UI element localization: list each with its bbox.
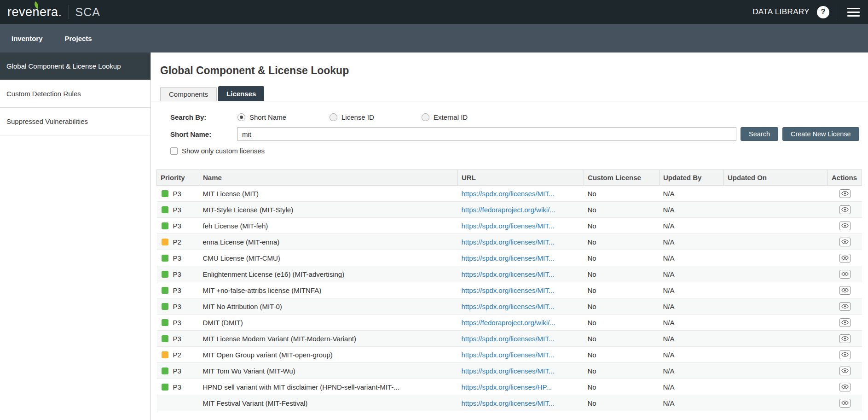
column-header-priority[interactable]: Priority xyxy=(157,170,199,186)
view-license-button[interactable] xyxy=(839,367,851,375)
table-row[interactable]: P3MIT License (MIT)https://spdx.org/lice… xyxy=(157,186,862,202)
license-name: enna License (MIT-enna) xyxy=(199,234,458,250)
help-icon[interactable]: ? xyxy=(817,6,829,18)
show-custom-checkbox[interactable] xyxy=(170,147,178,155)
sidebar-item-global-component-license-lookup[interactable]: Global Component & License Lookup xyxy=(0,52,150,80)
search-by-label: Search By: xyxy=(170,113,237,121)
column-header-actions[interactable]: Actions xyxy=(828,170,862,186)
table-row[interactable]: P3CMU License (MIT-CMU)https://spdx.org/… xyxy=(157,250,862,266)
create-new-license-button[interactable]: Create New License xyxy=(782,127,859,141)
search-by-radios: Short NameLicense IDExternal ID xyxy=(237,113,514,121)
radio-option-external-id[interactable]: External ID xyxy=(422,113,514,121)
priority-cell: P3 xyxy=(157,331,199,347)
table-row[interactable]: P2MIT Open Group variant (MIT-open-group… xyxy=(157,347,862,363)
eye-icon xyxy=(841,239,849,245)
table-row[interactable]: P2enna License (MIT-enna)https://spdx.or… xyxy=(157,234,862,250)
radio-label: Short Name xyxy=(249,113,286,121)
license-url-link[interactable]: https://spdx.org/licenses/MIT... xyxy=(462,367,555,375)
nav-item-projects[interactable]: Projects xyxy=(65,35,92,42)
license-url-link[interactable]: https://fedoraproject.org/wiki/... xyxy=(462,206,556,214)
license-url-link[interactable]: https://spdx.org/licenses/HP... xyxy=(462,383,552,391)
view-license-button[interactable] xyxy=(839,399,851,408)
table-row[interactable]: P3MIT-Style License (MIT-Style)https://f… xyxy=(157,202,862,218)
hamburger-menu-icon[interactable] xyxy=(845,6,863,18)
table-row[interactable]: P3Enlightenment License (e16) (MIT-adver… xyxy=(157,266,862,282)
license-name: MIT No Attribution (MIT-0) xyxy=(199,298,458,315)
license-url-link[interactable]: https://spdx.org/licenses/MIT... xyxy=(462,335,555,343)
view-license-button[interactable] xyxy=(839,205,851,214)
license-url-link[interactable]: https://spdx.org/licenses/MIT... xyxy=(462,190,555,198)
view-license-button[interactable] xyxy=(839,318,851,327)
actions-cell xyxy=(828,395,862,411)
show-custom-row: Show only custom licenses xyxy=(170,147,868,155)
license-url-link[interactable]: https://spdx.org/licenses/MIT... xyxy=(462,399,555,407)
actions-cell xyxy=(828,202,862,218)
license-url-link[interactable]: https://spdx.org/licenses/MIT... xyxy=(462,254,555,262)
data-library-link[interactable]: DATA LIBRARY xyxy=(752,7,810,17)
column-header-updated-on[interactable]: Updated On xyxy=(724,170,828,186)
license-url-link[interactable]: https://spdx.org/licenses/MIT... xyxy=(462,238,555,246)
custom-license-value: No xyxy=(584,315,660,331)
column-header-custom-license[interactable]: Custom License xyxy=(584,170,660,186)
view-license-button[interactable] xyxy=(839,383,851,391)
view-license-button[interactable] xyxy=(839,238,851,246)
table-row[interactable]: P3MIT Tom Wu Variant (MIT-Wu)https://spd… xyxy=(157,363,862,379)
view-license-button[interactable] xyxy=(839,270,851,279)
tab-licenses[interactable]: Licenses xyxy=(218,86,264,101)
sidebar: Global Component & License LookupCustom … xyxy=(0,52,151,420)
view-license-button[interactable] xyxy=(839,189,851,198)
url-cell: https://spdx.org/licenses/MIT... xyxy=(458,331,584,347)
actions-cell xyxy=(828,282,862,298)
column-header-name[interactable]: Name xyxy=(199,170,458,186)
view-license-button[interactable] xyxy=(839,350,851,359)
license-url-link[interactable]: https://fedoraproject.org/wiki/... xyxy=(462,319,556,327)
sidebar-item-suppressed-vulnerabilities[interactable]: Suppressed Vulnerabilities xyxy=(0,108,150,135)
tab-components[interactable]: Components xyxy=(160,87,217,101)
nav-item-inventory[interactable]: Inventory xyxy=(12,35,43,42)
table-row[interactable]: P3feh License (MIT-feh)https://spdx.org/… xyxy=(157,218,862,234)
priority-label: P3 xyxy=(173,383,181,391)
license-name: MIT +no-false-attribs license (MITNFA) xyxy=(199,282,458,298)
url-cell: https://spdx.org/licenses/MIT... xyxy=(458,266,584,282)
table-row[interactable]: P3MIT No Attribution (MIT-0)https://spdx… xyxy=(157,298,862,315)
updated-by-value: N/A xyxy=(660,202,724,218)
actions-cell xyxy=(828,218,862,234)
column-header-updated-by[interactable]: Updated By xyxy=(660,170,724,186)
view-license-button[interactable] xyxy=(839,222,851,230)
priority-cell: P2 xyxy=(157,234,199,250)
eye-icon xyxy=(841,400,849,406)
table-row[interactable]: MIT Festival Variant (MIT-Festival)https… xyxy=(157,395,862,411)
license-url-link[interactable]: https://spdx.org/licenses/MIT... xyxy=(462,303,555,310)
updated-on-value xyxy=(724,315,828,331)
table-row[interactable]: P3MIT License Modern Variant (MIT-Modern… xyxy=(157,331,862,347)
view-license-button[interactable] xyxy=(839,286,851,295)
license-url-link[interactable]: https://spdx.org/licenses/MIT... xyxy=(462,222,555,230)
search-button[interactable]: Search xyxy=(741,127,778,141)
license-url-link[interactable]: https://spdx.org/licenses/MIT... xyxy=(462,286,555,294)
main-content: Global Component & License Lookup Compon… xyxy=(151,52,868,420)
radio-option-short-name[interactable]: Short Name xyxy=(237,113,330,121)
actions-cell xyxy=(828,250,862,266)
view-license-button[interactable] xyxy=(839,254,851,262)
priority-label: P3 xyxy=(173,222,181,230)
view-license-button[interactable] xyxy=(839,302,851,311)
short-name-input[interactable] xyxy=(237,127,736,141)
table-row[interactable]: P3MIT +no-false-attribs license (MITNFA)… xyxy=(157,282,862,298)
column-header-url[interactable]: URL xyxy=(458,170,584,186)
table-row[interactable]: P3HPND sell variant with MIT disclaimer … xyxy=(157,379,862,395)
table-row[interactable]: P3DMIT (DMIT)https://fedoraproject.org/w… xyxy=(157,315,862,331)
search-by-row: Search By: Short NameLicense IDExternal … xyxy=(170,113,868,121)
tab-bar: ComponentsLicenses xyxy=(151,86,868,101)
url-cell: https://spdx.org/licenses/MIT... xyxy=(458,282,584,298)
sidebar-item-custom-detection-rules[interactable]: Custom Detection Rules xyxy=(0,80,150,108)
radio-option-license-id[interactable]: License ID xyxy=(330,113,422,121)
actions-cell xyxy=(828,331,862,347)
license-url-link[interactable]: https://spdx.org/licenses/MIT... xyxy=(462,270,555,278)
updated-by-value: N/A xyxy=(660,250,724,266)
license-name: MIT Festival Variant (MIT-Festival) xyxy=(199,395,458,411)
url-cell: https://spdx.org/licenses/MIT... xyxy=(458,218,584,234)
license-url-link[interactable]: https://spdx.org/licenses/MIT... xyxy=(462,351,555,359)
license-name: CMU License (MIT-CMU) xyxy=(199,250,458,266)
priority-badge xyxy=(162,239,168,245)
view-license-button[interactable] xyxy=(839,334,851,343)
